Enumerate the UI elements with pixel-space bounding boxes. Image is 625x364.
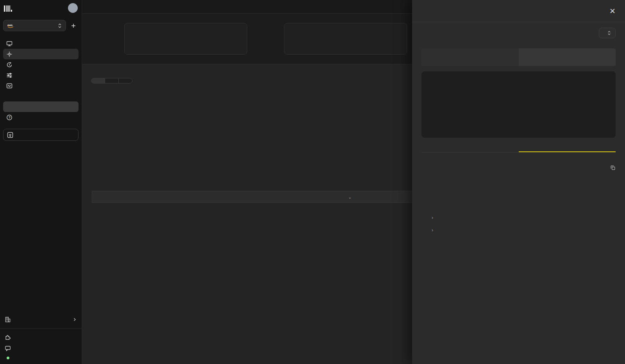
status-dot-icon [7, 357, 9, 359]
organization-icon [5, 316, 11, 323]
chevron-right-icon: › [424, 215, 437, 220]
close-icon[interactable]: ✕ [609, 7, 616, 15]
connect-icon [7, 132, 13, 138]
chevron-right-icon [72, 317, 77, 322]
segment-errors[interactable] [519, 48, 616, 66]
legend-item-insert[interactable] [343, 179, 352, 181]
p99-latency-card [284, 23, 407, 55]
user-avatar[interactable] [68, 3, 78, 13]
sidebar: aws [0, 0, 82, 364]
runs-errors-segments [421, 48, 616, 66]
rows-written-row [424, 182, 616, 192]
tab-errors[interactable] [119, 78, 132, 83]
chat-bubble-icon [5, 345, 11, 352]
panel-header: ✕ [412, 0, 625, 22]
sidebar-item-query-insights[interactable] [3, 101, 79, 112]
sidebar-item-data-sources[interactable] [3, 49, 79, 59]
legend-item-select[interactable] [324, 179, 333, 181]
settings-expander[interactable]: › [424, 211, 616, 224]
sidebar-item-monitoring[interactable] [3, 80, 79, 91]
organization-selector[interactable] [0, 316, 82, 328]
backups-icon [6, 62, 12, 68]
tab-latency[interactable] [105, 78, 119, 83]
monitoring-icon [6, 83, 12, 89]
select-series-swatch [324, 179, 330, 181]
sidebar-item-settings[interactable] [3, 70, 79, 80]
sidebar-item-backups[interactable] [3, 59, 79, 70]
chart-tabs [91, 78, 132, 83]
sidebar-item-service-health[interactable] [3, 91, 79, 101]
select-updown-icon [607, 30, 611, 36]
tab-query-info[interactable] [421, 144, 519, 152]
sidebar-nav: ? [0, 33, 82, 123]
column-header-user [259, 191, 341, 203]
tab-query-history[interactable] [519, 144, 616, 152]
memory-usage-row [424, 202, 616, 211]
clickhouse-app: aws [0, 0, 625, 364]
plus-icon [71, 23, 76, 28]
query-id-row [424, 163, 616, 172]
add-service-button[interactable] [69, 21, 78, 30]
chevron-right-icon: › [424, 227, 437, 233]
panel-body: › › [412, 28, 625, 244]
clickhouse-logo-icon [4, 5, 12, 12]
rows-read-row [424, 172, 616, 182]
insert-series-swatch [343, 179, 349, 181]
svg-text:?: ? [9, 115, 11, 119]
mini-query-volume-chart [421, 71, 616, 138]
aws-icon: aws [7, 23, 14, 28]
column-header-query [92, 191, 259, 203]
panel-tabs [421, 144, 616, 153]
sort-descending-icon: ⌄ [348, 195, 352, 199]
select-updown-icon [57, 23, 62, 28]
system-status[interactable] [5, 357, 77, 359]
tab-query-volume[interactable] [91, 78, 105, 83]
chat-support-link[interactable] [5, 345, 77, 352]
settings-sliders-icon [6, 72, 12, 78]
time-range-select[interactable] [599, 28, 616, 38]
service-selector-row: aws [0, 15, 82, 33]
console-icon [6, 41, 12, 47]
result-size-row [424, 192, 616, 202]
service-selector[interactable]: aws [3, 20, 66, 31]
integrations-link[interactable] [5, 334, 77, 340]
profile-events-expander[interactable]: › [424, 224, 616, 236]
sidebar-footer [0, 328, 82, 364]
sidebar-header [0, 0, 82, 15]
query-information-panel: ✕ [412, 0, 625, 364]
query-detail-block: › › [421, 160, 616, 238]
data-sources-icon [6, 51, 12, 57]
copy-icon[interactable] [610, 165, 616, 170]
other-series-swatch [362, 179, 368, 181]
integrations-puzzle-icon [5, 334, 11, 340]
sidebar-item-help[interactable]: ? [3, 112, 79, 123]
segment-all-runs[interactable] [421, 48, 519, 66]
sidebar-item-sql-console[interactable] [3, 38, 79, 49]
column-header-runs[interactable]: ⌄ [341, 191, 382, 203]
legend-item-other[interactable] [362, 179, 371, 181]
help-icon: ? [6, 114, 12, 121]
svg-text:aws: aws [7, 24, 12, 27]
connect-button[interactable] [3, 129, 79, 141]
query-volume-card [124, 23, 247, 55]
